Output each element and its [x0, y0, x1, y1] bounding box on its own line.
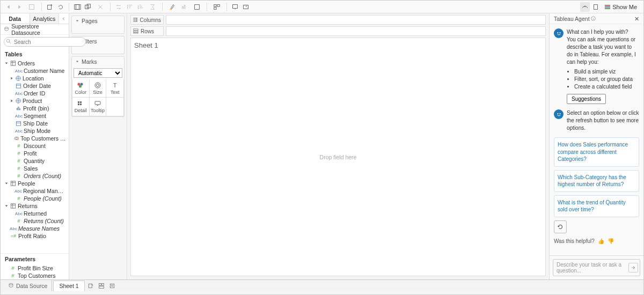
svg-rect-1	[48, 5, 52, 9]
swap-button[interactable]	[114, 2, 123, 12]
data-guide-button[interactable]	[580, 2, 590, 12]
svg-rect-31	[78, 101, 79, 103]
field-returns[interactable]: Returns	[1, 202, 69, 210]
agent-select-prompt: Select an option below or click the refr…	[567, 109, 639, 132]
new-worksheet-button[interactable]	[72, 2, 82, 12]
suggestions-button[interactable]: Suggestions	[567, 94, 606, 104]
datasource-icon	[4, 26, 9, 32]
field-profit[interactable]: #Profit	[1, 150, 69, 157]
sort-asc-button[interactable]	[125, 2, 134, 12]
agent-title: Tableau Agent	[554, 16, 590, 22]
field-top-customers-by-p-[interactable]: Top Customers by P...	[1, 135, 69, 142]
tab-analytics[interactable]: Analytics	[30, 13, 60, 24]
suggested-question-1[interactable]: Which Sub-Category has the highest numbe…	[554, 170, 639, 192]
svg-rect-16	[11, 61, 15, 65]
field-people[interactable]: People	[1, 180, 69, 187]
tab-data[interactable]: Data	[1, 13, 30, 24]
share-button[interactable]	[241, 2, 251, 12]
sheet-tab[interactable]: Sheet 1	[53, 281, 84, 291]
field-product[interactable]: Product	[1, 97, 69, 105]
field-profit-bin-[interactable]: Profit (bin)	[1, 105, 69, 112]
suggested-question-0[interactable]: How does Sales performance compare acros…	[554, 137, 639, 167]
labels-button[interactable]	[180, 2, 189, 12]
pages-shelf[interactable]: Pages	[71, 16, 125, 34]
mark-detail-button[interactable]: Detail	[72, 98, 90, 116]
search-input[interactable]	[4, 37, 86, 47]
datasource-row[interactable]: Superstore Datasource	[1, 24, 69, 35]
totals-dropdown[interactable]	[146, 2, 159, 12]
field-customer-name[interactable]: AbcCustomer Name	[1, 67, 69, 75]
refresh-suggestions-button[interactable]	[554, 220, 567, 233]
show-me-button[interactable]: Show Me	[602, 4, 640, 10]
field-quantity[interactable]: #Quantity	[1, 157, 69, 165]
field-order-date[interactable]: Order Date	[1, 82, 69, 90]
collapse-panel-button[interactable]	[59, 13, 69, 24]
field-orders[interactable]: Orders	[1, 60, 69, 67]
field-sales[interactable]: #Sales	[1, 165, 69, 172]
cards-dropdown[interactable]	[210, 2, 223, 12]
svg-rect-7	[214, 4, 216, 6]
field-order-id[interactable]: AbcOrder ID	[1, 90, 69, 97]
svg-rect-52	[99, 286, 104, 288]
fit-dropdown[interactable]	[191, 2, 203, 12]
refresh-button[interactable]	[56, 2, 65, 12]
mark-size-button[interactable]: Size	[90, 79, 107, 98]
undo-button[interactable]	[4, 2, 13, 12]
new-dashboard-button[interactable]	[97, 281, 106, 291]
sort-desc-button[interactable]	[135, 2, 145, 12]
highlight-dropdown[interactable]	[166, 2, 179, 12]
info-icon[interactable]: i	[591, 16, 596, 21]
agent-input[interactable]: Describe your task or ask a question...	[553, 259, 640, 276]
svg-rect-39	[134, 29, 138, 31]
svg-point-44	[557, 32, 558, 33]
fields-tree: OrdersAbcCustomer NameLocationOrder Date…	[1, 60, 69, 253]
field-location[interactable]: Location	[1, 75, 69, 82]
field-segment[interactable]: AbcSegment	[1, 112, 69, 120]
clear-dropdown[interactable]	[94, 2, 107, 12]
param-profit-bin-size[interactable]: #Profit Bin Size	[1, 264, 69, 272]
svg-rect-53	[110, 284, 114, 288]
svg-point-28	[95, 83, 100, 88]
field-returns-count-[interactable]: #Returns (Count)	[1, 217, 69, 225]
new-sheet-button[interactable]	[86, 281, 96, 291]
field-ship-date[interactable]: Ship Date	[1, 120, 69, 127]
presentation-button[interactable]	[230, 2, 240, 12]
mark-text-button[interactable]: TText	[106, 79, 123, 98]
agent-bullet: Create a calculated field	[574, 83, 639, 91]
save-dropdown[interactable]	[25, 2, 38, 12]
show-me-label: Show Me	[612, 4, 637, 10]
explain-button[interactable]	[591, 2, 601, 12]
new-datasource-button[interactable]	[45, 2, 55, 12]
svg-point-29	[96, 84, 99, 86]
svg-rect-0	[30, 4, 34, 9]
close-agent-button[interactable]: ✕	[634, 16, 639, 22]
mark-tooltip-button[interactable]: Tooltip	[90, 98, 107, 116]
columns-shelf[interactable]	[166, 15, 546, 25]
field-people-count-[interactable]: #People (Count)	[1, 195, 69, 202]
mark-type-select[interactable]: Automatic	[74, 68, 122, 78]
field-discount[interactable]: #Discount	[1, 142, 69, 150]
agent-bullet: Build a simple viz	[574, 68, 639, 76]
view-canvas[interactable]: Sheet 1 Drop field here	[130, 38, 546, 276]
duplicate-button[interactable]	[83, 2, 93, 12]
mark-color-button[interactable]: Color	[72, 79, 90, 98]
redo-button[interactable]	[14, 2, 24, 12]
svg-rect-41	[134, 33, 138, 34]
field-measure-names[interactable]: AbcMeasure Names	[1, 225, 69, 232]
field-ship-mode[interactable]: AbcShip Mode	[1, 127, 69, 135]
new-story-button[interactable]	[107, 281, 117, 291]
send-button[interactable]	[628, 263, 638, 272]
thumbs-down-button[interactable]: 👎	[608, 238, 614, 245]
field-regional-manager[interactable]: AbcRegional Manager	[1, 187, 69, 195]
svg-point-46	[557, 113, 558, 114]
field-profit-ratio[interactable]: =#Profit Ratio	[1, 232, 69, 240]
svg-rect-8	[217, 4, 219, 6]
suggested-question-2[interactable]: What is the trend of Quantity sold over …	[554, 195, 639, 217]
param-top-customers[interactable]: #Top Customers	[1, 272, 69, 279]
rows-shelf[interactable]	[166, 26, 546, 36]
thumbs-up-button[interactable]: 👍	[598, 238, 604, 245]
top-toolbar: Show Me	[1, 1, 643, 13]
field-orders-count-[interactable]: #Orders (Count)	[1, 172, 69, 180]
data-source-tab[interactable]: Data Source	[4, 280, 52, 291]
field-returned[interactable]: AbcReturned	[1, 210, 69, 217]
